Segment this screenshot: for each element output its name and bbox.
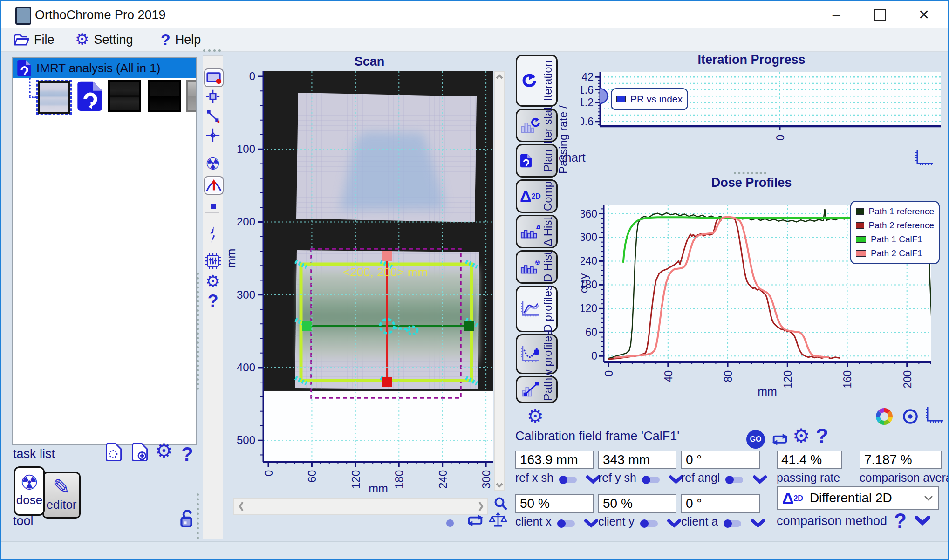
profile-handle-left[interactable] xyxy=(302,321,312,331)
field-comparison-avera[interactable]: 7.187 % xyxy=(860,451,942,469)
field-passing-rate[interactable]: 41.4 % xyxy=(777,451,842,469)
gear-icon[interactable]: ⚙ xyxy=(527,407,544,425)
film-dark-thumbnail[interactable] xyxy=(108,80,141,112)
unlock-icon[interactable] xyxy=(178,507,195,530)
maximize-button[interactable] xyxy=(866,5,894,24)
pr-data-point[interactable] xyxy=(593,89,608,103)
scan-image: <200, 200> mm xyxy=(263,71,493,398)
menu-item-setting[interactable]: ⚙ Setting xyxy=(75,30,133,49)
crosshair-tool[interactable] xyxy=(204,127,222,143)
document-icon-thumbnail[interactable] xyxy=(76,81,109,113)
field-label-row: ref angl xyxy=(681,471,788,485)
help-icon[interactable]: ? xyxy=(816,424,828,448)
menu-item-file[interactable]: File xyxy=(14,30,55,49)
reset-axes-icon[interactable] xyxy=(924,405,944,423)
chevron-down-icon[interactable] xyxy=(667,519,681,528)
toggle-switch[interactable] xyxy=(724,520,741,527)
field-ref-y-sh[interactable]: 343 mm xyxy=(598,451,676,469)
field-client-y[interactable]: 50 % xyxy=(598,494,676,513)
field-client-a[interactable]: 0 ° xyxy=(681,494,760,513)
close-button[interactable]: × xyxy=(910,5,938,24)
lightning-tool[interactable] xyxy=(204,226,222,243)
tab-iter-stat[interactable]: Iter stat xyxy=(516,109,558,142)
help-icon[interactable]: ? xyxy=(204,293,222,309)
toggle-switch[interactable] xyxy=(641,520,658,527)
rect-select-tool[interactable] xyxy=(204,68,224,87)
film-gray-thumbnail[interactable] xyxy=(186,80,197,112)
toggle-switch[interactable] xyxy=(726,477,743,483)
title-bar: OrthoChrome Pro 2019 – × xyxy=(1,1,948,28)
svg-text:0: 0 xyxy=(262,470,275,476)
tab-path[interactable]: Path xyxy=(516,376,558,403)
minimize-button[interactable]: – xyxy=(822,5,850,24)
panel-splitter[interactable] xyxy=(197,493,199,539)
toggle-switch[interactable] xyxy=(560,477,577,483)
tree-item-imrt-analysis[interactable]: IMRT analysis (All in 1) xyxy=(13,58,196,78)
svg-text:60: 60 xyxy=(306,470,318,483)
panel-splitter[interactable] xyxy=(197,273,199,390)
zoom-icon[interactable] xyxy=(493,496,507,510)
tool-tab-editor[interactable]: ✎ editor xyxy=(42,472,81,519)
gear-icon[interactable]: ⚙ xyxy=(792,426,810,446)
document-icon xyxy=(520,154,532,168)
select-region-document-icon[interactable] xyxy=(106,443,122,461)
scales-icon[interactable] xyxy=(489,511,507,529)
svg-text:120: 120 xyxy=(581,302,597,314)
legend-swatch xyxy=(856,236,866,243)
legend-swatch xyxy=(856,250,866,257)
loop-icon xyxy=(520,73,537,88)
tab-comp[interactable]: Δ2D Comp xyxy=(516,179,558,213)
add-document-icon[interactable] xyxy=(132,443,148,461)
comparison-method-dropdown[interactable]: Δ2D Differential 2D xyxy=(777,486,939,510)
film-black-thumbnail[interactable] xyxy=(148,80,181,112)
reset-axes-icon[interactable] xyxy=(914,148,934,166)
svg-text:mm: mm xyxy=(225,249,238,268)
chevron-down-icon[interactable] xyxy=(584,519,598,528)
line-tool[interactable] xyxy=(204,108,222,124)
chart-splitter-handle[interactable] xyxy=(734,172,766,174)
field-client-x[interactable]: 50 % xyxy=(515,494,594,513)
chevron-down-icon[interactable] xyxy=(751,519,765,528)
tab-w-profiles[interactable]: w profiles xyxy=(516,334,558,374)
scan-vertical-scrollbar[interactable] xyxy=(494,71,505,491)
help-icon[interactable]: ? xyxy=(894,509,907,533)
radiation-tool[interactable]: ☢ xyxy=(204,156,222,172)
chevron-down-icon[interactable] xyxy=(915,516,930,526)
scan-horizontal-scrollbar[interactable] xyxy=(233,498,488,515)
scan-plot[interactable]: <200, 200> mm010020030040050006012018024… xyxy=(224,54,509,496)
help-icon[interactable]: ? xyxy=(181,443,193,465)
toggle-switch[interactable] xyxy=(558,520,575,527)
gear-icon[interactable]: ⚙ xyxy=(204,273,222,290)
chevron-down-icon[interactable] xyxy=(753,475,767,484)
profile-handle-right[interactable] xyxy=(464,321,474,331)
tab-iteration[interactable]: Iteration xyxy=(516,55,558,107)
point-tool[interactable] xyxy=(204,198,222,214)
peak-tool[interactable] xyxy=(204,176,224,195)
tab-label: Path xyxy=(541,378,554,401)
analysis-tree-panel: IMRT analysis (All in 1) xyxy=(12,57,197,445)
gear-icon[interactable]: ⚙ xyxy=(155,441,173,461)
profile-handle-bottom[interactable] xyxy=(382,377,392,387)
target-icon[interactable] xyxy=(901,408,919,425)
tab-d-profiles[interactable]: D profiles xyxy=(516,286,558,332)
move-tool[interactable] xyxy=(204,88,222,105)
toggle-switch[interactable] xyxy=(643,477,660,483)
tool-tab-dose[interactable]: ☢ dose xyxy=(14,466,45,516)
refresh-loop-icon[interactable] xyxy=(465,514,485,527)
profile-handle-top[interactable] xyxy=(382,251,392,261)
tab-plan[interactable]: Plan xyxy=(516,144,558,178)
film-scan-thumbnail[interactable] xyxy=(36,80,72,115)
application-window: OrthoChrome Pro 2019 – × File ⚙ Setting … xyxy=(0,0,949,560)
legend-label: Path 2 CalF1 xyxy=(871,248,922,259)
color-wheel-icon[interactable] xyxy=(875,408,893,425)
field-ref-angl[interactable]: 0 ° xyxy=(681,451,760,469)
go-button[interactable]: GO xyxy=(746,430,765,449)
tab--hist[interactable]: Δ Δ Hist xyxy=(516,215,558,248)
refresh-loop-icon[interactable] xyxy=(770,433,790,446)
menu-item-help[interactable]: ? Help xyxy=(161,30,201,49)
help-icon: ? xyxy=(161,31,171,49)
tab-d-hist[interactable]: ☢ D Hist xyxy=(516,250,558,284)
toolbar-splitter-handle[interactable] xyxy=(203,49,221,52)
field-ref-x-sh[interactable]: 163.9 mm xyxy=(515,451,594,469)
processing-settings-tool[interactable] xyxy=(204,253,222,269)
